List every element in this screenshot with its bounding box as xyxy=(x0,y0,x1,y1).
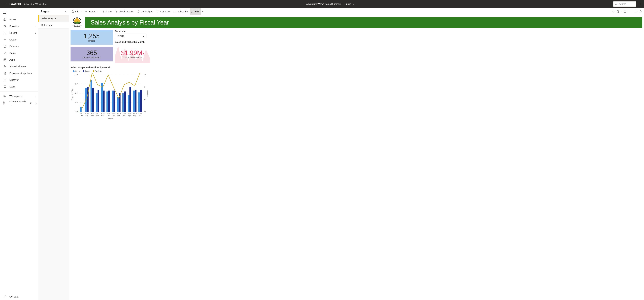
svg-text:2018: 2018 xyxy=(122,113,126,114)
report-title-bar[interactable]: Adventure Works Sales Summary | Public ⌄ xyxy=(306,3,354,5)
chevron-down-icon: ⌄ xyxy=(352,3,354,5)
star-icon xyxy=(3,25,6,28)
nav-label: Create xyxy=(10,38,16,41)
tb-label: Subscribe xyxy=(177,10,188,13)
brand-label: Power BI xyxy=(10,2,21,6)
trophy-icon xyxy=(3,52,6,54)
mail-icon xyxy=(174,10,176,13)
page-sales-order[interactable]: Sales order xyxy=(38,22,69,28)
collapse-pages-button[interactable]: « xyxy=(65,10,66,13)
nav-home[interactable]: Home xyxy=(0,16,38,23)
chat-teams-button[interactable]: Chat in Teams xyxy=(113,8,135,15)
toolbar-more-button[interactable]: ⋯ xyxy=(201,10,206,13)
report-area: File ⌄ Export ⌄ Share Chat in Teams Get … xyxy=(69,8,644,300)
share-icon xyxy=(102,10,104,13)
svg-text:Oct: Oct xyxy=(96,115,99,116)
nav-workspaces[interactable]: Workspaces › xyxy=(0,93,38,100)
search-input[interactable] xyxy=(619,3,634,5)
nav-datasets[interactable]: Datasets xyxy=(0,43,38,50)
nav-create[interactable]: Create xyxy=(0,36,38,43)
nav-apps[interactable]: Apps xyxy=(0,56,38,63)
page-label: Sales analysis xyxy=(41,17,56,20)
page-sales-analysis[interactable]: Sales analysis xyxy=(38,15,69,22)
nav-shared[interactable]: Shared with me xyxy=(0,63,38,70)
nav-current-workspace[interactable]: A AdventureWorks ... ◈ ⌄ xyxy=(0,100,38,106)
chart-legend: Sales Target Profit % xyxy=(70,70,150,72)
nav-label: Recent xyxy=(10,32,17,34)
comment-button[interactable]: Comment xyxy=(155,8,172,15)
svg-text:Nov: Nov xyxy=(102,115,104,116)
svg-text:$2M: $2M xyxy=(75,92,78,94)
view-button[interactable]: ⌄ xyxy=(623,8,630,15)
nav-favorites[interactable]: Favorites › xyxy=(0,23,38,30)
nav-learn[interactable]: Learn xyxy=(0,83,38,90)
svg-text:3%: 3% xyxy=(144,98,146,100)
chart-svg: $0M$1M$2M$3M$4M2%3%4%5%2017Jul2017Aug201… xyxy=(70,73,150,120)
svg-rect-13 xyxy=(4,96,5,97)
svg-rect-56 xyxy=(140,90,142,112)
file-button[interactable]: File ⌄ xyxy=(70,8,84,15)
bookmark-button[interactable]: ⌄ xyxy=(616,8,623,15)
nav-collapse-button[interactable] xyxy=(0,10,38,16)
kpi-resellers-label: Distinct Resellers xyxy=(82,56,101,59)
subscribe-button[interactable]: Subscribe xyxy=(172,8,190,15)
pencil-icon xyxy=(191,10,194,13)
nav-goals[interactable]: Goals xyxy=(0,50,38,56)
share-button[interactable]: Share xyxy=(100,8,113,15)
apps-icon xyxy=(3,58,6,61)
svg-text:Month: Month xyxy=(108,118,114,120)
nav-discover[interactable]: Discover xyxy=(0,76,38,83)
reset-button[interactable] xyxy=(611,8,616,15)
svg-text:Jan: Jan xyxy=(112,115,115,116)
export-button[interactable]: Export ⌄ xyxy=(84,8,100,15)
fy-selected-value: FY2018 xyxy=(117,35,124,37)
kpi-orders-card[interactable]: 1,255 Orders xyxy=(70,30,113,45)
hamburger-icon xyxy=(3,12,6,14)
pages-title: Pages xyxy=(41,10,49,13)
svg-text:Mar: Mar xyxy=(123,115,126,116)
svg-text:2017: 2017 xyxy=(80,113,84,114)
plus-icon xyxy=(3,38,6,41)
refresh-icon xyxy=(634,10,637,13)
svg-rect-43 xyxy=(106,92,108,112)
star-icon xyxy=(639,10,642,13)
favorite-button[interactable] xyxy=(638,8,643,15)
chevron-right-icon: › xyxy=(35,25,36,28)
kpi-resellers-card[interactable]: 365 Distinct Resellers xyxy=(70,47,113,62)
pages-header: Pages « xyxy=(38,8,69,15)
export-icon xyxy=(85,10,88,13)
search-box[interactable] xyxy=(613,1,636,7)
edit-button[interactable]: Edit xyxy=(190,8,201,15)
kpi-sales-value: $1.99M xyxy=(121,49,142,56)
header-more-button[interactable]: ⋯ xyxy=(636,1,643,8)
nav-pipelines[interactable]: Deployment pipelines xyxy=(0,70,38,76)
page-label: Sales order xyxy=(41,24,54,26)
svg-rect-55 xyxy=(138,92,140,112)
report-toolbar: File ⌄ Export ⌄ Share Chat in Teams Get … xyxy=(69,8,644,15)
svg-rect-15 xyxy=(115,11,116,12)
legend-target: Target xyxy=(85,70,90,72)
workspace-name[interactable]: AdventureWorks Inc. xyxy=(24,3,47,6)
kpi-goal-text: Goal: $2.32M (-14.28%) xyxy=(122,56,142,58)
kpi-sales-card[interactable]: $1.99M ! Goal: $2.32M (-14.28%) xyxy=(115,44,150,63)
chevron-down-icon: ⌄ xyxy=(628,10,629,12)
comment-icon xyxy=(156,10,159,13)
tb-label: File xyxy=(75,10,79,13)
tb-label: Chat in Teams xyxy=(118,10,134,13)
fiscal-year-dropdown[interactable]: FY2018 ⌄ xyxy=(115,34,146,38)
nav-label: Datasets xyxy=(10,45,19,48)
svg-rect-54 xyxy=(135,90,136,112)
chevron-down-icon: ⌄ xyxy=(35,102,37,104)
svg-text:2018: 2018 xyxy=(133,113,137,114)
combo-chart[interactable]: Sales, Target and Profit % by Month Sale… xyxy=(70,66,150,121)
insights-button[interactable]: Get insights xyxy=(135,8,155,15)
nav-label: AdventureWorks ... xyxy=(9,100,26,106)
nav-get-data[interactable]: Get data xyxy=(0,293,38,300)
nav-label: Apps xyxy=(10,58,15,61)
kpi-orders-label: Orders xyxy=(88,40,96,42)
svg-rect-45 xyxy=(112,91,114,112)
refresh-button[interactable] xyxy=(634,8,638,15)
nav-recent[interactable]: Recent › xyxy=(0,30,38,36)
app-launcher-button[interactable] xyxy=(1,1,8,8)
get-data-icon xyxy=(3,295,6,298)
